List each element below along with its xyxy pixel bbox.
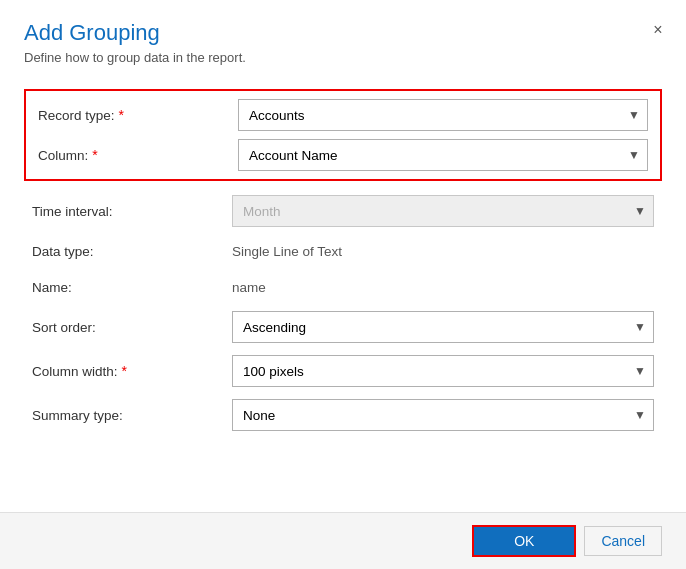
summary-type-row: Summary type: None ▼ xyxy=(24,393,662,437)
ok-button[interactable]: OK xyxy=(472,525,576,557)
time-interval-label: Time interval: xyxy=(32,204,232,219)
summary-type-select[interactable]: None xyxy=(232,399,654,431)
column-width-row: Column width: * 100 pixels ▼ xyxy=(24,349,662,393)
name-value: name xyxy=(232,279,654,295)
time-interval-select[interactable]: Month xyxy=(232,195,654,227)
dialog-body: Record type: * Accounts ▼ Column: * xyxy=(0,73,686,512)
close-button[interactable]: × xyxy=(646,18,670,42)
column-select[interactable]: Account Name xyxy=(238,139,648,171)
column-label: Column: * xyxy=(38,147,238,163)
summary-type-label: Summary type: xyxy=(32,408,232,423)
record-type-label: Record type: * xyxy=(38,107,238,123)
data-type-label: Data type: xyxy=(32,244,232,259)
column-required: * xyxy=(92,147,97,163)
dialog-footer: OK Cancel xyxy=(0,512,686,569)
column-width-select-wrapper: 100 pixels ▼ xyxy=(232,355,654,387)
dialog-title: Add Grouping xyxy=(24,20,662,46)
sort-order-control: Ascending ▼ xyxy=(232,311,654,343)
record-type-select[interactable]: Accounts xyxy=(238,99,648,131)
summary-type-control: None ▼ xyxy=(232,399,654,431)
data-type-value: Single Line of Text xyxy=(232,243,654,259)
name-row: Name: name xyxy=(24,269,662,305)
dialog-subtitle: Define how to group data in the report. xyxy=(24,50,662,65)
column-row: Column: * Account Name ▼ xyxy=(30,135,656,175)
column-width-label: Column width: * xyxy=(32,363,232,379)
summary-type-select-wrapper: None ▼ xyxy=(232,399,654,431)
column-width-required: * xyxy=(122,363,127,379)
column-width-select[interactable]: 100 pixels xyxy=(232,355,654,387)
sort-order-select[interactable]: Ascending xyxy=(232,311,654,343)
column-width-control: 100 pixels ▼ xyxy=(232,355,654,387)
data-type-row: Data type: Single Line of Text xyxy=(24,233,662,269)
name-label: Name: xyxy=(32,280,232,295)
record-type-select-wrapper: Accounts ▼ xyxy=(238,99,648,131)
sort-order-select-wrapper: Ascending ▼ xyxy=(232,311,654,343)
time-interval-row: Time interval: Month ▼ xyxy=(24,189,662,233)
dialog-header: Add Grouping Define how to group data in… xyxy=(0,0,686,73)
time-interval-control: Month ▼ xyxy=(232,195,654,227)
cancel-button[interactable]: Cancel xyxy=(584,526,662,556)
required-fields-section: Record type: * Accounts ▼ Column: * xyxy=(24,89,662,181)
add-grouping-dialog: Add Grouping Define how to group data in… xyxy=(0,0,686,569)
column-control: Account Name ▼ xyxy=(238,139,648,171)
record-type-required: * xyxy=(119,107,124,123)
column-select-wrapper: Account Name ▼ xyxy=(238,139,648,171)
time-interval-select-wrapper: Month ▼ xyxy=(232,195,654,227)
record-type-row: Record type: * Accounts ▼ xyxy=(30,95,656,135)
sort-order-row: Sort order: Ascending ▼ xyxy=(24,305,662,349)
record-type-control: Accounts ▼ xyxy=(238,99,648,131)
sort-order-label: Sort order: xyxy=(32,320,232,335)
